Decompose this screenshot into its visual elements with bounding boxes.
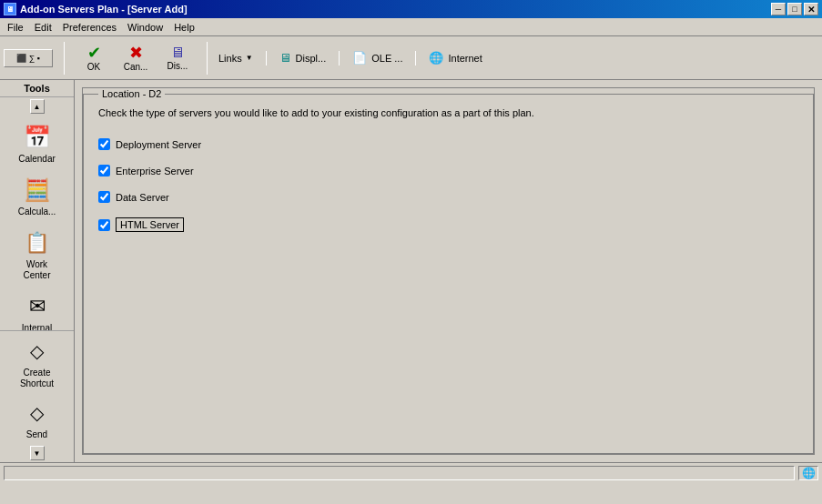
ole-icon: 📄: [352, 51, 367, 65]
links-divider-2: [339, 51, 340, 66]
deployment-server-option: Deployment Server: [98, 138, 798, 150]
sidebar-scroll-up-area: ▲: [0, 97, 74, 116]
internet-link-icon: 🌐: [429, 51, 443, 65]
sidebar-item-calculator[interactable]: 🧮 Calcula...: [5, 172, 70, 221]
main-layout: Tools ▲ 📅 Calendar 🧮 Calcula... 📋 Work C…: [0, 80, 822, 462]
window-title: Add-on Servers Plan - [Server Add]: [20, 4, 188, 15]
data-label: Data Server: [116, 192, 169, 203]
links-label: Links: [218, 53, 242, 64]
sidebar-item-internalmail[interactable]: ✉ Internal Mail: [5, 288, 70, 330]
cancel-icon: ✖: [129, 45, 143, 61]
ok-label: OK: [87, 62, 100, 72]
sidebar-items: 📅 Calendar 🧮 Calcula... 📋 Work Center ✉ …: [0, 116, 74, 330]
send-label: Send: [26, 429, 47, 440]
sidebar-item-createshortcut[interactable]: ◇ Create Shortcut: [5, 335, 70, 391]
menu-file[interactable]: File: [2, 20, 29, 35]
display-link-icon: 🖥: [279, 51, 291, 65]
workcenter-label: Work Center: [23, 259, 50, 281]
enterprise-checkbox[interactable]: [98, 165, 110, 176]
links-divider-3: [415, 51, 416, 66]
sidebar-title: Tools: [24, 83, 50, 94]
internet-link-button[interactable]: 🌐 Internet: [423, 49, 487, 66]
app-icon: 🖥: [4, 3, 16, 15]
menu-window[interactable]: Window: [122, 20, 168, 35]
html-server-option: HTML Server: [98, 217, 798, 232]
sidebar-item-send[interactable]: ◇ Send: [5, 397, 70, 442]
sidebar: Tools ▲ 📅 Calendar 🧮 Calcula... 📋 Work C…: [0, 80, 75, 462]
toolbar-divider-2: [207, 42, 208, 75]
createshortcut-icon: ◇: [23, 337, 52, 366]
calendar-label: Calendar: [18, 154, 56, 165]
content-area: Location - D2 Check the type of servers …: [75, 80, 822, 462]
sidebar-scroll-down-area: ◇ Create Shortcut ◇ Send ▼: [0, 330, 74, 462]
enterprise-server-option: Enterprise Server: [98, 165, 798, 176]
links-arrow-icon: ▼: [246, 54, 253, 62]
internalmail-icon: ✉: [23, 292, 52, 321]
display-label: Dis...: [167, 61, 188, 71]
sidebar-item-calendar[interactable]: 📅 Calendar: [5, 119, 70, 168]
close-button[interactable]: ✕: [804, 3, 818, 15]
toolbar-divider-1: [64, 42, 65, 75]
links-divider-1: [266, 51, 267, 66]
ole-label: OLE ...: [371, 53, 402, 64]
internet-link-label: Internet: [448, 53, 482, 64]
scroll-down-button[interactable]: ▼: [30, 446, 45, 460]
menu-help[interactable]: Help: [168, 20, 200, 35]
menu-bar: File Edit Preferences Window Help: [0, 18, 822, 36]
description-text: Check the type of servers you would like…: [98, 106, 798, 120]
globe-icon: 🌐: [802, 467, 816, 479]
toolbar-main-buttons: ✔ OK ✖ Can... 🖥 Dis...: [70, 40, 201, 76]
deployment-checkbox[interactable]: [98, 138, 110, 150]
send-icon: ◇: [23, 398, 52, 428]
deployment-label: Deployment Server: [116, 139, 201, 150]
group-legend: Location - D2: [98, 88, 165, 99]
title-bar: 🖥 Add-on Servers Plan - [Server Add] ─ □…: [0, 0, 822, 18]
display-link-button[interactable]: 🖥 Displ...: [274, 49, 332, 66]
links-section: Links ▼ 🖥 Displ... 📄 OLE ... 🌐 Internet: [213, 38, 488, 77]
links-button[interactable]: Links ▼: [213, 51, 259, 66]
calculator-label: Calcula...: [18, 207, 56, 217]
sidebar-item-workcenter[interactable]: 📋 Work Center: [5, 225, 70, 285]
html-checkbox[interactable]: [98, 219, 110, 231]
ok-icon: ✔: [87, 45, 101, 61]
data-checkbox[interactable]: [98, 191, 110, 203]
workcenter-icon: 📋: [23, 228, 52, 257]
toolbar: ⬛ ∑ ▪ ✔ OK ✖ Can... 🖥 Dis... Links ▼ 🖥 D…: [0, 36, 822, 80]
minimize-button[interactable]: ─: [771, 3, 786, 15]
cancel-button[interactable]: ✖ Can...: [116, 40, 156, 76]
status-text-panel: [4, 466, 795, 480]
createshortcut-label: Create Shortcut: [20, 368, 54, 389]
status-globe-panel: 🌐: [798, 466, 818, 480]
html-label: HTML Server: [116, 217, 184, 232]
ole-button[interactable]: 📄 OLE ...: [347, 49, 408, 66]
menu-preferences[interactable]: Preferences: [57, 20, 122, 35]
maximize-button[interactable]: □: [787, 3, 802, 15]
data-server-option: Data Server: [98, 191, 798, 203]
calculator-icon: 🧮: [23, 176, 52, 205]
ok-button[interactable]: ✔ OK: [74, 40, 114, 76]
float-indicator: ⬛ ∑ ▪: [4, 49, 53, 67]
display-button[interactable]: 🖥 Dis...: [157, 40, 198, 76]
menu-edit[interactable]: Edit: [29, 20, 57, 35]
scroll-up-button[interactable]: ▲: [30, 99, 45, 114]
internalmail-label: Internal Mail: [22, 323, 52, 330]
cancel-label: Can...: [124, 62, 148, 72]
enterprise-label: Enterprise Server: [116, 166, 194, 176]
calendar-icon: 📅: [23, 123, 52, 152]
display-link-label: Displ...: [296, 53, 327, 64]
location-group: Location - D2 Check the type of servers …: [82, 87, 815, 455]
sidebar-header: Tools: [0, 80, 74, 97]
status-bar: 🌐: [0, 462, 822, 482]
display-icon: 🖥: [170, 45, 185, 60]
